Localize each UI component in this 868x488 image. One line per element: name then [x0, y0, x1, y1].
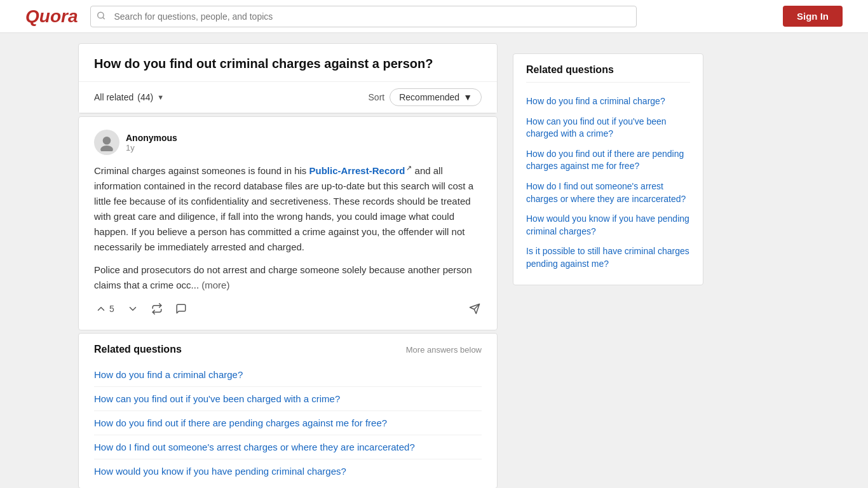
- sign-in-button[interactable]: Sign In: [783, 6, 843, 27]
- related-link-3[interactable]: How do you find out if there are pending…: [94, 411, 482, 435]
- upvote-icon: [95, 303, 107, 315]
- sidebar-link-3[interactable]: How do you find out if there are pending…: [526, 144, 690, 177]
- upvote-count: 5: [109, 304, 114, 314]
- sidebar-title: Related questions: [526, 64, 690, 83]
- author-name: Anonymous: [126, 133, 177, 143]
- main-content: How do you find out criminal charges aga…: [78, 43, 498, 488]
- avatar: [94, 130, 119, 155]
- quora-logo[interactable]: Quora: [25, 6, 78, 27]
- filter-bar: All related (44) ▼ Sort Recommended ▼: [79, 82, 497, 113]
- answer-body-after-link: and all information contained in the rec…: [94, 165, 473, 252]
- upvote-button[interactable]: 5: [94, 301, 116, 317]
- question-card: How do you find out criminal charges aga…: [78, 43, 498, 114]
- answer-actions: 5: [94, 301, 482, 317]
- chevron-down-icon: ▼: [157, 93, 164, 101]
- sidebar-link-4[interactable]: How do I find out someone's arrest charg…: [526, 177, 690, 209]
- more-answers-label: More answers below: [406, 345, 482, 355]
- all-related-count: (44): [137, 92, 153, 102]
- share-button[interactable]: [468, 301, 482, 317]
- answer-text: Criminal charges against someones is fou…: [94, 163, 482, 255]
- author-info: Anonymous 1y: [126, 133, 177, 152]
- sidebar-link-1[interactable]: How do you find a criminal charge?: [526, 92, 690, 112]
- sidebar-link-6[interactable]: Is it possible to still have criminal ch…: [526, 241, 690, 274]
- answer-text-para2: Police and prosecutors do not arrest and…: [94, 262, 482, 293]
- search-input[interactable]: [90, 6, 637, 27]
- comment-icon: [175, 303, 187, 315]
- downvote-icon: [127, 303, 139, 315]
- related-link-1[interactable]: How do you find a criminal charge?: [94, 363, 482, 387]
- related-inline-header: Related questions More answers below: [94, 344, 482, 355]
- comment-button[interactable]: [174, 301, 188, 317]
- svg-line-1: [103, 17, 105, 19]
- reshare-icon: [151, 303, 163, 315]
- header: Quora Sign In: [0, 0, 868, 33]
- page-wrapper: How do you find out criminal charges aga…: [53, 0, 815, 488]
- downvote-button[interactable]: [126, 301, 140, 317]
- answer-author: Anonymous 1y: [94, 130, 482, 155]
- question-title: How do you find out criminal charges aga…: [79, 44, 497, 82]
- sidebar-link-2[interactable]: How can you find out if you've been char…: [526, 112, 690, 144]
- sidebar-card: Related questions How do you find a crim…: [513, 53, 703, 285]
- related-link-5[interactable]: How would you know if you have pending c…: [94, 459, 482, 483]
- more-link[interactable]: (more): [201, 280, 229, 290]
- sort-value: Recommended: [399, 92, 459, 102]
- answer-card: Anonymous 1y Criminal charges against so…: [78, 116, 498, 330]
- search-icon: [97, 11, 105, 22]
- related-link-4[interactable]: How do I find out someone's arrest charg…: [94, 435, 482, 459]
- sidebar: Related questions How do you find a crim…: [513, 43, 703, 488]
- svg-point-2: [103, 137, 111, 145]
- all-related-filter[interactable]: All related (44) ▼: [94, 92, 164, 102]
- answer-body-before-link: Criminal charges against someones is fou…: [94, 165, 309, 176]
- search-bar: [90, 6, 637, 27]
- reshare-button[interactable]: [150, 301, 164, 317]
- svg-point-3: [100, 146, 113, 151]
- arrest-record-link[interactable]: Public-Arrest-Record: [309, 165, 405, 176]
- sidebar-link-5[interactable]: How would you know if you have pending c…: [526, 209, 690, 241]
- answer-time: 1y: [126, 143, 177, 152]
- header-right: Sign In: [783, 6, 843, 27]
- related-inline-title: Related questions: [94, 344, 182, 355]
- related-link-2[interactable]: How can you find out if you've been char…: [94, 387, 482, 411]
- sort-chevron-icon: ▼: [463, 92, 472, 102]
- all-related-label: All related: [94, 92, 133, 102]
- related-questions-inline: Related questions More answers below How…: [78, 333, 498, 488]
- sort-label: Sort: [369, 92, 385, 102]
- share-icon: [469, 303, 480, 315]
- sort-dropdown[interactable]: Recommended ▼: [390, 88, 482, 106]
